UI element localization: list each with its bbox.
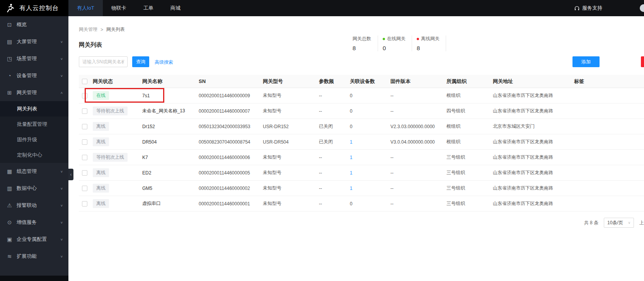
- sidebar-item[interactable]: ▤大屏管理∨: [0, 33, 68, 50]
- gateway-status-cell: 离线: [93, 168, 142, 177]
- gateway-name-cell: DR504: [142, 139, 199, 145]
- org-cell: 根组织: [446, 123, 493, 130]
- sidebar-item[interactable]: ◳场景管理∨: [0, 50, 68, 67]
- row-checkbox[interactable]: [82, 139, 87, 145]
- gateway-sn-cell: 00501323042000033953: [199, 124, 263, 129]
- gateway-status-cell: 离线: [93, 137, 142, 146]
- gateway-model-cell: USR-DR152: [263, 124, 319, 129]
- topbar-tab[interactable]: 工单: [135, 0, 162, 16]
- breadcrumb-item[interactable]: 网关管理: [79, 26, 97, 33]
- sidebar-subitem[interactable]: 网关列表: [0, 101, 68, 117]
- param-cell: 已关闭: [319, 139, 350, 145]
- sidebar-item-label: 概览: [17, 21, 27, 28]
- sidebar-item[interactable]: ⚠报警联动∨: [0, 197, 68, 214]
- sidebar-item[interactable]: ◔设备管理∨: [0, 67, 68, 84]
- delete-button[interactable]: 删除: [641, 56, 644, 67]
- stat-label: 网关总数: [353, 36, 371, 42]
- select-all-checkbox[interactable]: [82, 79, 87, 84]
- support-link[interactable]: 服务支持: [574, 0, 602, 16]
- advanced-search-link[interactable]: 高级搜索: [155, 59, 173, 66]
- param-cell: --: [319, 93, 350, 98]
- support-label: 服务支持: [582, 5, 602, 12]
- topbar-tab[interactable]: 物联卡: [103, 0, 135, 16]
- status-badge: 离线: [93, 122, 109, 131]
- row-checkbox[interactable]: [82, 201, 87, 207]
- stat-item: 网关总数8: [348, 36, 378, 51]
- search-input[interactable]: [79, 56, 128, 67]
- status-dot: [417, 38, 419, 40]
- row-checkbox[interactable]: [82, 170, 87, 176]
- gateway-table: 网关状态网关名称SN网关型号参数频关联设备数固件版本所属组织网关地址标签 在线7…: [79, 75, 644, 212]
- device-count: 0: [350, 201, 353, 207]
- row-checkbox-cell: [79, 124, 93, 129]
- table-row: 离线DR50400500823070400008754USR-DR504已关闭1…: [79, 134, 644, 150]
- chevron-down-icon: ∨: [60, 40, 63, 44]
- screen-icon: ▤: [6, 39, 13, 45]
- sidebar-item[interactable]: ▣企业专属配置∨: [0, 231, 68, 248]
- org-cell: 根组织: [446, 139, 493, 145]
- avatar[interactable]: [640, 4, 644, 12]
- add-button[interactable]: 添加: [572, 56, 600, 67]
- address-cell: 山东省济南市历下区龙奥南路: [493, 139, 574, 145]
- stat-value: 0: [383, 45, 405, 51]
- topbar-tab[interactable]: 商城: [162, 0, 189, 16]
- param-cell: --: [319, 108, 350, 114]
- sidebar-collapse-handle[interactable]: ‹: [68, 169, 73, 180]
- sidebar-item[interactable]: ▦组态管理∨: [0, 163, 68, 180]
- stat-item: 离线网关8: [412, 36, 446, 51]
- stat-label: 在线网关: [383, 36, 405, 42]
- sidebar-subitem[interactable]: 固件升级: [0, 132, 68, 147]
- device-count-link[interactable]: 1: [350, 155, 353, 160]
- row-checkbox[interactable]: [82, 155, 87, 160]
- row-checkbox[interactable]: [82, 186, 87, 191]
- address-cell: 山东省济南市历下区龙奥南路: [493, 169, 574, 176]
- sidebar-item-label: 场景管理: [17, 55, 37, 62]
- gateway-name-cell: ED2: [142, 170, 199, 176]
- sidebar-item-label: 企业专属配置: [17, 236, 47, 243]
- row-checkbox-cell: [79, 186, 93, 191]
- device-count-cell: 1: [350, 139, 390, 145]
- gateway-sn-cell: 00002000114460000007: [199, 108, 263, 114]
- device-count-link[interactable]: 1: [350, 170, 353, 176]
- sidebar-item[interactable]: ≋扩展功能∨: [0, 248, 68, 265]
- extend-icon: ≋: [6, 253, 13, 259]
- gateway-icon: ⊞: [6, 90, 13, 96]
- sidebar-subitem[interactable]: 定制化中心: [0, 147, 68, 163]
- column-header: 标签: [574, 78, 644, 85]
- sidebar-item[interactable]: ▥数据中心∨: [0, 180, 68, 197]
- prev-page-button[interactable]: 上一: [639, 220, 644, 226]
- table-row: 离线Dr15200501323042000033953USR-DR152已关闭0…: [79, 119, 644, 134]
- firmware-cell: V2.3.03.000000.0000: [390, 124, 446, 129]
- sidebar-item[interactable]: ⊞网关管理∧: [0, 84, 68, 101]
- row-checkbox[interactable]: [82, 124, 87, 129]
- sidebar-footer: [0, 276, 68, 281]
- address-cell: 山东省济南市历下区龙奥南路: [493, 185, 574, 191]
- query-button[interactable]: 查询: [132, 56, 149, 67]
- topbar-tab[interactable]: 有人IoT: [68, 0, 103, 16]
- chevron-down-icon: ∨: [60, 187, 63, 190]
- row-checkbox[interactable]: [82, 108, 87, 114]
- device-count-link[interactable]: 1: [350, 139, 353, 145]
- row-checkbox-cell: [79, 139, 93, 145]
- sidebar-item[interactable]: ⊡概览: [0, 16, 68, 33]
- sidebar-item[interactable]: ⊙增值服务∨: [0, 214, 68, 231]
- stat-label-text: 在线网关: [387, 36, 405, 42]
- table-row: 离线ED200002000114460000005未知型号--1--三号组织山东…: [79, 165, 644, 181]
- address-cell: 山东省济南市历下区龙奥南路: [493, 108, 574, 114]
- row-checkbox[interactable]: [82, 93, 87, 98]
- sidebar-subitem[interactable]: 批量配置管理: [0, 117, 68, 132]
- status-badge: 离线: [93, 184, 109, 193]
- chevron-down-icon: ∨: [60, 238, 63, 241]
- device-count-cell: 0: [350, 108, 390, 114]
- page-size-select[interactable]: 10条/页 ∨: [604, 218, 634, 228]
- table-row: 等待初次上线未命名_网关名称_1300002000114460000007未知型…: [79, 103, 644, 119]
- org-cell: 根组织: [446, 92, 493, 99]
- gateway-name-cell: GM5: [142, 186, 199, 191]
- address-cell: 山东省济南市历下区龙奥南路: [493, 200, 574, 207]
- firmware-cell: --: [390, 201, 446, 207]
- table-header: 网关状态网关名称SN网关型号参数频关联设备数固件版本所属组织网关地址标签: [79, 75, 644, 88]
- device-count-link[interactable]: 1: [350, 186, 353, 191]
- row-checkbox-cell: [79, 155, 93, 160]
- status-badge: 离线: [93, 137, 109, 146]
- gateway-model-cell: 未知型号: [263, 92, 319, 99]
